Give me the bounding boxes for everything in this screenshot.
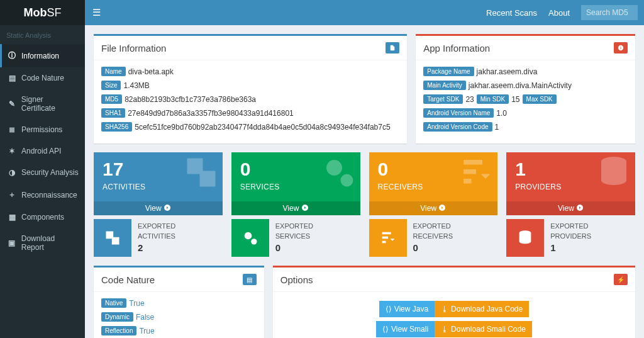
tag-version-code: Android Version Code [423,122,492,132]
tag-package: Package Name [423,67,474,76]
sidebar-item-label: Permissions [21,125,62,134]
sidebar: MobSF Static Analysis ⓘInformation ▤Code… [0,0,85,338]
bolt-icon: ⚡ [614,274,628,285]
info-icon [614,42,628,54]
tag-name: Name [101,67,126,76]
file-sha1: 27e849d9d7b86a3a3357fb3e980433a91d416801 [128,109,294,118]
exported-services-count: 0 [275,241,313,254]
nav-recent-scans[interactable]: Recent Scans [486,8,537,18]
list-icon: ▤ [243,274,257,285]
sidebar-item-label: Security Analysis [21,168,79,177]
exported-activities-count: 2 [138,241,175,254]
menu-toggle-icon[interactable]: ☰ [92,7,101,18]
gears-icon [231,219,269,257]
app-information-box: App Information Package Namejakhar.aseem… [416,34,635,144]
view-smali-button[interactable]: ⟨⟩ View Smali [376,321,435,337]
app-main-activity: jakhar.aseem.diva.MainActivity [469,81,572,90]
box-title: Code Nature [101,274,155,285]
sidebar-item-download-report[interactable]: ▣Download Report [0,228,85,258]
arrow-right-icon [438,204,446,211]
sidebar-menu: ⓘInformation ▤Code Nature ✎Signer Certif… [0,44,85,258]
arrow-right-icon [576,204,584,211]
sidebar-item-code-nature[interactable]: ▤Code Nature [0,67,85,89]
sidebar-item-information[interactable]: ⓘInformation [0,44,85,67]
tag-target-sdk: Target SDK [423,94,463,104]
android-icon: ✶ [8,147,16,155]
sidebar-item-android-api[interactable]: ✶Android API [0,140,85,162]
sidebar-item-label: Information [21,52,59,60]
code-nature-box: Code Nature ▤ NativeTrue DynamicFalse Re… [94,266,264,338]
download-smali-button[interactable]: ⭳ Download Smali Code [435,321,532,337]
brand-bold: Mob [24,6,47,19]
tag-main-activity: Main Activity [423,81,466,90]
tag-size: Size [101,81,121,90]
arrow-right-icon [164,204,171,211]
svg-point-2 [620,46,621,47]
code-native: True [129,299,144,308]
nav-about[interactable]: About [548,8,570,18]
arrow-right-icon [301,204,309,211]
app-version-name: 1.0 [496,109,507,118]
box-title: File Information [101,43,166,54]
sort-down-icon [369,219,407,257]
stat-services: 0 SERVICES View EXPORTEDSERVICES0 [231,152,360,257]
svg-point-7 [244,232,252,240]
code-reflection: True [139,327,154,335]
tag-min-sdk: Min SDK [477,94,509,104]
tag-max-sdk: Max SDK [523,94,557,104]
box-title: App Information [423,43,490,54]
sidebar-item-components[interactable]: ▦Components [0,206,85,228]
file-name: diva-beta.apk [128,67,174,76]
svg-point-5 [340,174,353,187]
app-package: jakhar.aseem.diva [477,67,538,76]
list-icon: ≣ [8,125,16,134]
tag-md5: MD5 [101,94,122,104]
view-providers-link[interactable]: View [506,201,635,215]
file-size: 1.43MB [123,81,149,90]
sidebar-item-security-analysis[interactable]: ◑Security Analysis [0,162,85,183]
search-input[interactable] [581,5,638,20]
sidebar-item-label: Download Report [21,234,79,252]
view-java-button[interactable]: ⟨⟩ View Java [379,301,435,317]
translate-icon [94,219,131,257]
shield-icon: ◑ [8,168,16,177]
code-icon: ▤ [8,74,16,82]
cert-icon: ✎ [8,99,16,108]
file-information-box: File Information Namediva-beta.apk Size1… [94,34,407,144]
plus-icon: ＋ [8,189,16,200]
database-icon [506,219,544,257]
topbar: ☰ Recent Scans About [85,0,644,25]
sidebar-item-reconnaissance[interactable]: ＋Reconnaissance [0,183,85,206]
database-icon [595,154,633,200]
view-services-link[interactable]: View [231,201,360,215]
sidebar-item-label: Code Nature [21,74,64,82]
tag-version-name: Android Version Name [423,108,494,118]
app-target-sdk: 23 [465,95,474,104]
sidebar-item-label: Signer Certificate [21,95,79,113]
stat-providers: 1 PROVIDERS View EXPORTEDPROVIDERS1 [506,152,635,257]
svg-rect-1 [621,47,621,49]
tag-reflection: Reflection [101,326,136,335]
options-box: Options ⚡ ⟨⟩ View Java ⭳ Download Java C… [273,266,635,338]
tag-dynamic: Dynamic [101,312,133,322]
svg-point-8 [251,239,257,244]
code-dynamic: False [136,313,154,322]
download-java-button[interactable]: ⭳ Download Java Code [435,301,529,317]
sort-down-icon [457,154,495,200]
gears-icon [320,154,358,200]
svg-point-4 [326,160,342,176]
grid-icon: ▦ [8,213,16,222]
sidebar-item-permissions[interactable]: ≣Permissions [0,119,85,140]
app-min-sdk: 15 [511,95,519,104]
view-receivers-link[interactable]: View [369,201,498,215]
stat-activities: 17 ACTIVITIES View EXPORTEDACTIVITIES2 [94,152,223,257]
sidebar-item-label: Reconnaissance [21,191,77,200]
view-activities-link[interactable]: View [94,201,223,215]
sidebar-section-header: Static Analysis [0,25,85,44]
exported-receivers-count: 0 [413,241,453,254]
exported-providers-count: 1 [550,241,591,254]
box-title: Options [280,274,313,285]
file-md5: 82ab8b2193b3cfb1c737e3a786be363a [125,95,256,104]
tag-sha1: SHA1 [101,108,125,118]
sidebar-item-signer-certificate[interactable]: ✎Signer Certificate [0,89,85,119]
